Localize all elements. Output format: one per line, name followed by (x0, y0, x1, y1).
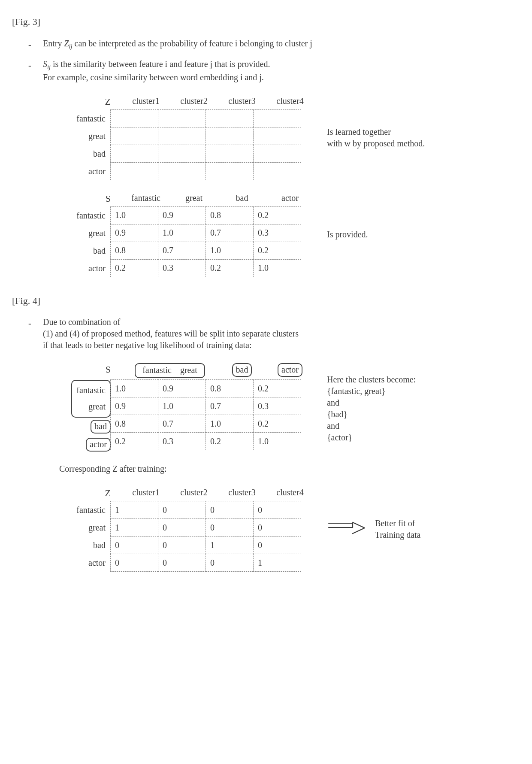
cluster-chip: fantastic great (135, 363, 205, 378)
cluster-chip: actor (86, 438, 111, 452)
var-z: Z (64, 39, 69, 48)
cell: 1.0 (158, 397, 206, 415)
matrix-corner: S (63, 363, 122, 378)
bullet-dash: - (28, 58, 33, 71)
cell: 1.0 (110, 379, 158, 397)
fig4-bullet: - Due to combination of (1) and (4) of p… (28, 316, 520, 351)
text: {actor} (327, 433, 352, 442)
text: {bad} (327, 409, 348, 419)
fig3-bullet-1: - Entry Zij can be interpreted as the pr… (28, 38, 520, 51)
row-label: actor (63, 163, 111, 180)
cell (110, 145, 158, 163)
col-header: cluster3 (218, 95, 266, 110)
text: great (180, 365, 197, 375)
cell: 1.0 (158, 224, 206, 242)
matrix-corner: Z (63, 487, 122, 501)
cell: 0.2 (206, 432, 254, 450)
col-header: cluster3 (218, 487, 266, 501)
cluster-chip: bad (91, 420, 111, 434)
cell: 1 (110, 518, 158, 537)
cell: 0.9 (158, 206, 206, 224)
cell: 1 (253, 554, 301, 572)
cell (158, 109, 206, 127)
col-header: fantastic (122, 192, 170, 207)
fig3-s-matrix: S fantastic great bad actor fantastic1.0… (63, 192, 314, 277)
cell (110, 127, 158, 145)
fig4-s-table-block: S fantastic great bad actor fantastic gr… (63, 363, 520, 454)
fig4-z-arrow-note: Better fit of Training data (327, 518, 420, 541)
fig3-z-table-block: Z cluster1 cluster2 cluster3 cluster4 fa… (63, 95, 520, 180)
cell: 0.7 (206, 224, 254, 242)
cell (158, 127, 206, 145)
cell: 0 (158, 536, 206, 554)
cell: 0.3 (158, 432, 206, 450)
matrix-corner: Z (63, 95, 122, 110)
col-header: bad (218, 363, 266, 380)
fig3-s-table-block: S fantastic great bad actor fantastic1.0… (63, 192, 520, 277)
cell: 0.7 (158, 242, 206, 260)
col-header: cluster4 (266, 487, 314, 501)
cell: 0 (158, 518, 206, 537)
col-header: cluster1 (122, 487, 170, 501)
text: Is learned together (327, 127, 391, 136)
row-label: bad (63, 537, 111, 554)
row-label: great (63, 224, 111, 242)
text: (1) and (4) of proposed method, features… (43, 329, 299, 338)
fig3-s-note: Is provided. (327, 229, 368, 240)
col-header: cluster2 (170, 95, 218, 110)
col-header: cluster4 (266, 95, 314, 110)
cell: 0.2 (206, 259, 254, 277)
row-label: fantastic (63, 110, 111, 127)
cell: 0 (206, 554, 254, 572)
cluster-chip-rows: fantastic great (71, 380, 111, 418)
cell: 0 (158, 501, 206, 519)
cell: 0.9 (110, 397, 158, 415)
row-label: actor (63, 554, 111, 572)
cell: 0.2 (110, 432, 158, 450)
var-z-sub: ij (69, 43, 73, 50)
cell: 1 (110, 501, 158, 519)
text: and (327, 398, 339, 407)
fig3-z-note: Is learned together with w by proposed m… (327, 126, 425, 149)
cell: 0.7 (158, 415, 206, 433)
fig3-z-matrix: Z cluster1 cluster2 cluster3 cluster4 fa… (63, 95, 314, 180)
cell: 1.0 (110, 206, 158, 224)
text: is the similarity between feature i and … (51, 59, 270, 69)
fig4-s-matrix: S fantastic great bad actor fantastic gr… (63, 363, 314, 454)
bullet-dash: - (28, 316, 33, 329)
cluster-chip: actor (278, 363, 302, 377)
col-header-group: fantastic great (122, 363, 218, 380)
col-header: cluster2 (170, 487, 218, 501)
text: Here the clusters become: (327, 375, 416, 384)
cell (206, 127, 254, 145)
cell: 0.2 (253, 379, 301, 397)
cell (253, 127, 301, 145)
cell (158, 162, 206, 180)
cell: 0.9 (158, 379, 206, 397)
var-s-sub: ij (47, 64, 51, 70)
text: if that leads to better negative log lik… (43, 340, 252, 350)
cell: 0.2 (253, 206, 301, 224)
cell: 0.7 (206, 397, 254, 415)
fig4-z-table-block: Z cluster1 cluster2 cluster3 cluster4 fa… (63, 487, 520, 572)
cell (206, 109, 254, 127)
fig3-bullet-2: - Sij is the similarity between feature … (28, 58, 520, 83)
fig4-z-matrix: Z cluster1 cluster2 cluster3 cluster4 fa… (63, 487, 314, 572)
text: {fantastic, great} (327, 386, 386, 396)
row-label: great (63, 127, 111, 145)
cell: 0.2 (253, 415, 301, 433)
row-label: great (76, 398, 106, 415)
cell: 0.2 (110, 259, 158, 277)
cell (110, 162, 158, 180)
cell (158, 145, 206, 163)
text: and (327, 421, 339, 431)
cell: 0 (206, 501, 254, 519)
cell (253, 162, 301, 180)
cell: 1 (206, 536, 254, 554)
cell: 1.0 (253, 259, 301, 277)
text: For example, cosine similarity between w… (43, 73, 264, 82)
cell: 0 (110, 536, 158, 554)
text: Training data (375, 530, 420, 540)
col-header: cluster1 (122, 95, 170, 110)
cell: 0.9 (110, 224, 158, 242)
